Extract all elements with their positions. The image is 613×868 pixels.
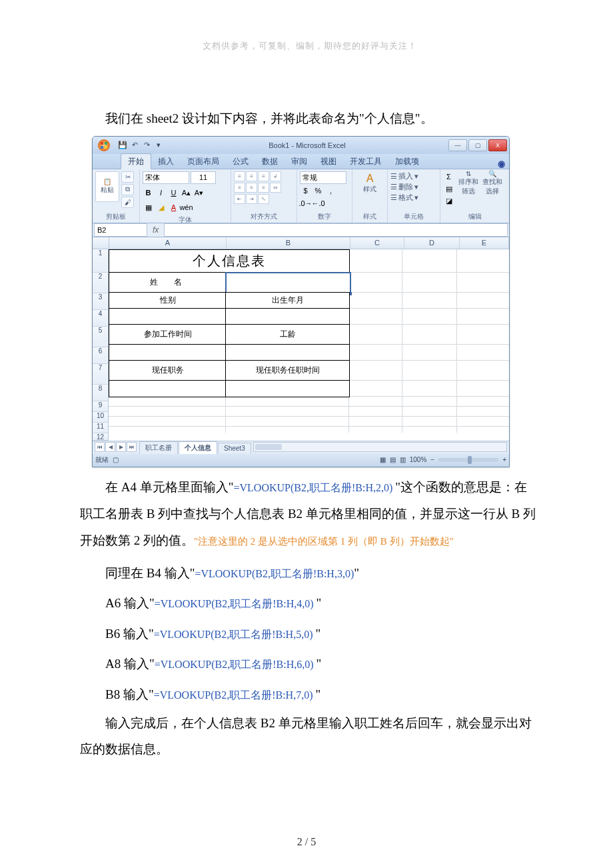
tab-view[interactable]: 视图 bbox=[314, 154, 343, 169]
sort-filter-button[interactable]: ⇅ 排序和 筛选 bbox=[458, 171, 478, 195]
tab-formulas[interactable]: 公式 bbox=[226, 154, 255, 169]
font-size-select[interactable]: 11 bbox=[191, 171, 216, 184]
column-header-d[interactable]: D bbox=[404, 237, 460, 249]
minimize-button[interactable]: — bbox=[448, 139, 467, 151]
qat-save-icon[interactable]: 💾 bbox=[118, 141, 127, 150]
column-header-c[interactable]: C bbox=[350, 237, 404, 249]
row-header-3[interactable]: 3 bbox=[93, 293, 109, 310]
office-button[interactable] bbox=[93, 137, 115, 154]
tab-insert[interactable]: 插入 bbox=[151, 154, 181, 169]
formula-bar[interactable] bbox=[164, 223, 508, 237]
align-bottom-icon[interactable]: ≡ bbox=[258, 171, 269, 181]
paste-button[interactable]: 📋 粘贴 bbox=[95, 171, 119, 202]
align-left-icon[interactable]: ≡ bbox=[234, 183, 245, 193]
align-center-icon[interactable]: ≡ bbox=[246, 183, 257, 193]
font-color-button[interactable]: A bbox=[168, 202, 179, 213]
inc-decimal-icon[interactable]: .0→ bbox=[300, 198, 311, 209]
view-normal-icon[interactable]: ▦ bbox=[380, 456, 386, 463]
cell-b5[interactable]: 工龄 bbox=[225, 324, 350, 345]
row-header-1[interactable]: 1 bbox=[93, 249, 109, 273]
cell-a6[interactable] bbox=[109, 344, 227, 361]
tab-review[interactable]: 审阅 bbox=[285, 154, 314, 169]
fx-icon[interactable]: fx bbox=[147, 225, 164, 235]
currency-icon[interactable]: $ bbox=[300, 185, 311, 197]
view-layout-icon[interactable]: ▤ bbox=[390, 456, 396, 463]
column-header-e[interactable]: E bbox=[460, 237, 509, 249]
wrap-text-icon[interactable]: ↲ bbox=[270, 171, 281, 181]
qat-undo-icon[interactable]: ↶ bbox=[130, 141, 139, 150]
sheet-nav-last-icon[interactable]: ⏭ bbox=[127, 442, 137, 452]
cell-b7[interactable]: 现任职务任职时间 bbox=[225, 360, 350, 381]
horizontal-scrollbar[interactable] bbox=[253, 442, 507, 452]
shrink-font-button[interactable]: A▾ bbox=[193, 187, 205, 199]
zoom-out-icon[interactable]: − bbox=[430, 456, 434, 463]
row-header-9[interactable]: 9 bbox=[93, 401, 109, 412]
row-header-6[interactable]: 6 bbox=[93, 347, 109, 364]
cell-b4[interactable] bbox=[225, 308, 350, 325]
cell-a5[interactable]: 参加工作时间 bbox=[109, 324, 227, 345]
autosum-icon[interactable]: Σ bbox=[443, 171, 454, 183]
sheet-tab-1[interactable]: 职工名册 bbox=[139, 441, 178, 454]
fill-icon[interactable]: ▤ bbox=[443, 183, 454, 195]
cell-b3[interactable]: 出生年月 bbox=[225, 292, 350, 309]
row-header-2[interactable]: 2 bbox=[93, 273, 109, 293]
dec-decimal-icon[interactable]: ←.0 bbox=[312, 198, 324, 209]
sheet-nav-next-icon[interactable]: ▶ bbox=[116, 442, 126, 452]
row-header-7[interactable]: 7 bbox=[93, 364, 109, 385]
cell-a4[interactable] bbox=[109, 308, 227, 325]
percent-icon[interactable]: % bbox=[312, 185, 324, 197]
column-header-a[interactable]: A bbox=[109, 237, 227, 249]
row-header-11[interactable]: 11 bbox=[93, 423, 109, 433]
styles-button[interactable]: A 样式 bbox=[360, 171, 380, 195]
zoom-slider[interactable] bbox=[438, 458, 498, 462]
view-break-icon[interactable]: ▥ bbox=[400, 456, 406, 463]
cell-a2[interactable]: 姓 名 bbox=[109, 272, 227, 293]
cell-b6[interactable] bbox=[225, 344, 350, 361]
row-header-5[interactable]: 5 bbox=[93, 327, 109, 347]
qat-dropdown-icon[interactable]: ▾ bbox=[154, 141, 163, 150]
format-painter-icon[interactable]: 🖌 bbox=[121, 197, 134, 208]
select-all-corner[interactable] bbox=[93, 237, 109, 249]
fill-color-button[interactable]: ◢ bbox=[155, 202, 167, 213]
row-header-4[interactable]: 4 bbox=[93, 310, 109, 327]
cell-b8[interactable] bbox=[225, 380, 350, 397]
qat-redo-icon[interactable]: ↷ bbox=[142, 141, 151, 150]
copy-icon[interactable]: ⧉ bbox=[121, 184, 134, 195]
orientation-icon[interactable]: ⤡ bbox=[258, 194, 269, 204]
cell-b2-selected[interactable] bbox=[225, 272, 351, 295]
row-header-8[interactable]: 8 bbox=[93, 385, 109, 401]
maximize-button[interactable]: ▢ bbox=[468, 139, 487, 151]
italic-button[interactable]: I bbox=[155, 187, 167, 199]
border-button[interactable]: ▦ bbox=[143, 202, 154, 213]
macro-record-icon[interactable]: ▢ bbox=[113, 456, 119, 463]
tab-developer[interactable]: 开发工具 bbox=[343, 154, 388, 169]
tab-page-layout[interactable]: 页面布局 bbox=[181, 154, 226, 169]
row-header-12[interactable]: 12 bbox=[93, 433, 109, 441]
format-cells-button[interactable]: ☰ 格式 ▾ bbox=[390, 193, 418, 203]
bold-button[interactable]: B bbox=[143, 187, 154, 199]
cell-a8[interactable] bbox=[109, 380, 227, 397]
clear-icon[interactable]: ◪ bbox=[443, 195, 454, 207]
insert-cells-button[interactable]: ☰ 插入 ▾ bbox=[390, 171, 418, 181]
indent-inc-icon[interactable]: ⇥ bbox=[246, 194, 257, 204]
zoom-in-icon[interactable]: + bbox=[502, 456, 506, 463]
tab-addins[interactable]: 加载项 bbox=[388, 154, 426, 169]
sheet-nav-first-icon[interactable]: ⏮ bbox=[95, 442, 105, 452]
phonetic-button[interactable]: wén bbox=[181, 202, 192, 213]
comma-icon[interactable]: , bbox=[325, 185, 336, 197]
font-name-select[interactable]: 宋体 bbox=[143, 171, 189, 184]
close-button[interactable]: X bbox=[488, 139, 507, 151]
cell-a7[interactable]: 现任职务 bbox=[109, 360, 227, 381]
align-middle-icon[interactable]: ≡ bbox=[246, 171, 257, 181]
align-right-icon[interactable]: ≡ bbox=[258, 183, 269, 193]
delete-cells-button[interactable]: ☰ 删除 ▾ bbox=[390, 182, 418, 192]
align-top-icon[interactable]: ≡ bbox=[234, 171, 245, 181]
sheet-tab-2[interactable]: 个人信息 bbox=[179, 441, 217, 454]
number-format-select[interactable]: 常规 bbox=[300, 171, 346, 184]
cell-a3[interactable]: 性别 bbox=[109, 292, 227, 309]
tab-home[interactable]: 开始 bbox=[121, 153, 151, 169]
grow-font-button[interactable]: A▴ bbox=[181, 187, 192, 199]
ribbon-help-icon[interactable]: ◉ bbox=[498, 159, 505, 169]
cut-icon[interactable]: ✂ bbox=[121, 171, 134, 183]
underline-button[interactable]: U bbox=[168, 187, 179, 199]
